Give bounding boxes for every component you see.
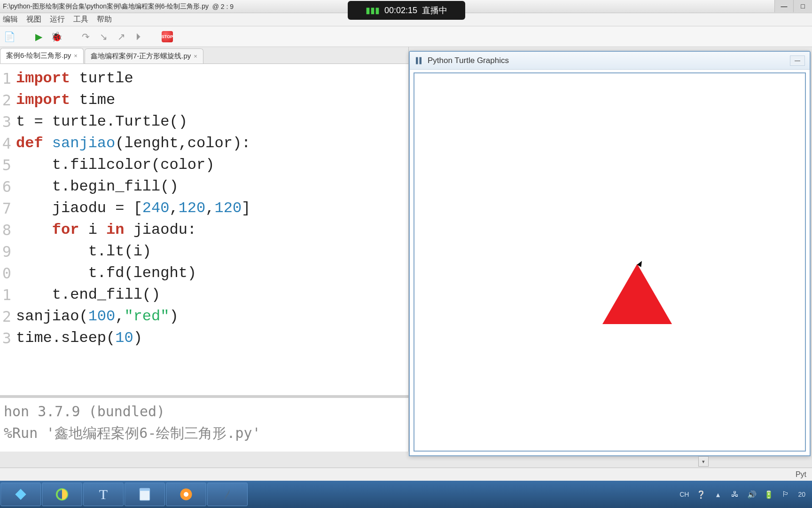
step-out-icon[interactable]: ↗ [115,30,128,43]
minimize-button[interactable]: — [774,0,793,12]
menu-tools[interactable]: 工具 [73,15,88,24]
window-controls: — □ [774,0,812,12]
line-gutter: 1 2 3 4 5 6 7 8 9 0 1 2 3 [0,64,13,395]
tray-chevron-icon[interactable]: ▴ [713,490,723,499]
menu-help[interactable]: 帮助 [97,15,112,24]
tab-file-1[interactable]: 案例6-绘制三角形.py × [0,48,84,64]
turtle-graphics-window[interactable]: Python Turtle Graphics — [409,51,811,456]
code-text[interactable]: import turtle import time t = turtle.Tur… [13,64,408,395]
network-icon[interactable]: 🖧 [730,490,740,499]
title-path: F:\python-图形绘制案例合集\python案例\鑫地编程案例6-绘制三角… [3,2,209,11]
task-python-idle[interactable] [207,483,248,506]
task-notepad[interactable] [125,483,165,506]
run-icon[interactable]: ▶ [32,30,45,43]
title-cursor: @ 2 : 9 [212,3,234,10]
help-icon[interactable]: ❔ [696,490,706,499]
ime-indicator[interactable]: CH [679,491,689,498]
tab-label: 案例6-绘制三角形.py [6,51,71,60]
task-app-orange[interactable] [166,483,206,506]
tk-icon [414,56,423,65]
tab-file-2[interactable]: 鑫地编程案例7-正方形螺旋线.py × [85,48,203,64]
menu-edit[interactable]: 编辑 [3,15,18,24]
step-into-icon[interactable]: ↘ [97,30,110,43]
battery-icon[interactable]: 🔋 [764,490,773,499]
maximize-button[interactable]: □ [793,0,812,12]
status-bar: Pyt [0,468,812,481]
signal-icon: ▮▮▮ [366,5,380,16]
action-center-icon[interactable]: 🏳 [781,490,790,499]
resume-icon[interactable]: ⏵ [133,30,146,43]
tab-label: 鑫地编程案例7-正方形螺旋线.py [91,52,191,61]
toolbar: 📄 ▶ 🐞 ↷ ↘ ↗ ⏵ STOP [0,26,812,47]
stream-time: 00:02:15 [384,6,417,16]
menu-view[interactable]: 视图 [26,15,41,24]
task-browser[interactable] [42,483,82,506]
menu-run[interactable]: 运行 [50,15,65,24]
volume-icon[interactable]: 🔊 [747,490,757,499]
shell-line: %Run '鑫地编程案例6-绘制三角形.py' [4,422,405,444]
code-editor[interactable]: 1 2 3 4 5 6 7 8 9 0 1 2 3 import turtle … [0,64,408,395]
system-tray[interactable]: CH ❔ ▴ 🖧 🔊 🔋 🏳 20 [673,490,812,499]
clock[interactable]: 20 [798,491,805,498]
svg-rect-2 [140,488,149,491]
debug-icon[interactable]: 🐞 [50,30,63,43]
step-over-icon[interactable]: ↷ [79,30,92,43]
close-icon[interactable]: × [194,53,197,60]
status-right: Pyt [796,470,806,479]
task-start[interactable] [0,483,41,506]
task-editor[interactable]: T [83,483,124,506]
shell-output[interactable]: hon 3.7.9 (bundled) %Run '鑫地编程案例6-绘制三角形.… [0,395,408,452]
turtle-minimize-button[interactable]: — [790,56,805,66]
turtle-canvas [414,72,806,452]
editor-pane: 案例6-绘制三角形.py × 鑫地编程案例7-正方形螺旋线.py × 1 2 3… [0,47,409,452]
stop-icon[interactable]: STOP [162,31,173,42]
turtle-title-text: Python Turtle Graphics [428,56,509,65]
close-icon[interactable]: × [74,52,78,59]
triangle-shape [602,264,672,324]
stream-status: 直播中 [422,5,447,16]
svg-point-4 [184,492,188,497]
tabs-row: 案例6-绘制三角形.py × 鑫地编程案例7-正方形螺旋线.py × [0,47,408,64]
stream-badge: ▮▮▮ 00:02:15 直播中 [348,1,465,20]
taskbar[interactable]: T CH ❔ ▴ 🖧 🔊 🔋 🏳 20 [0,481,812,508]
scroll-down-icon[interactable]: ▾ [698,456,709,467]
new-file-icon[interactable]: 📄 [3,30,16,43]
shell-line: hon 3.7.9 (bundled) [4,401,405,422]
turtle-title-bar[interactable]: Python Turtle Graphics — [410,52,810,70]
